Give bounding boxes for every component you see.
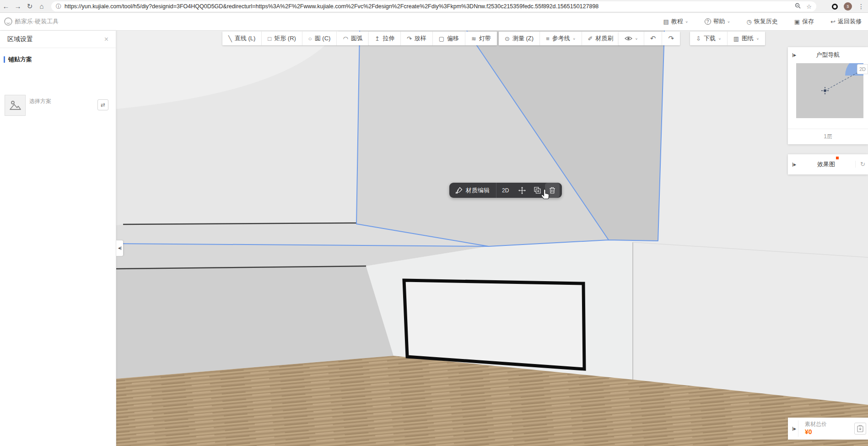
drawing-sheet-button[interactable]: ▥图纸∨ — [727, 32, 765, 45]
chevron-down-icon: ∨ — [573, 37, 576, 40]
chevron-down-icon: ∨ — [635, 37, 638, 40]
forward-icon[interactable]: → — [12, 2, 24, 10]
line-icon: ╲ — [228, 35, 232, 42]
circle-tool-button[interactable]: ○圆 (C) — [302, 32, 337, 45]
undo-icon: ↶ — [650, 34, 656, 43]
chevron-down-icon: ∨ — [685, 20, 688, 23]
kujiale-logo-icon — [4, 17, 12, 26]
copy-icon — [534, 187, 541, 194]
chevron-down-icon: ∨ — [728, 20, 730, 23]
blueprint-icon: ▥ — [733, 35, 739, 42]
main-content: ╲直线 (L) □矩形 (R) ○圆 (C) ◠圆弧 ↥拉伸 ↷放样 ▢偏移 ≋… — [0, 31, 868, 446]
url-bar[interactable]: ⓘ https://yun.kujiale.com/tool/h5/diy?de… — [51, 1, 816, 11]
question-icon: ? — [705, 18, 711, 25]
loft-button[interactable]: ↷放样 — [400, 32, 432, 45]
floor-label[interactable]: 1层 — [788, 129, 868, 141]
scheme-thumbnail[interactable] — [5, 95, 26, 116]
save-icon: ▣ — [794, 18, 800, 25]
redo-button[interactable]: ↷ — [662, 32, 680, 45]
measure-button[interactable]: ⊙测量 (Z) — [499, 32, 539, 45]
image-placeholder-icon — [9, 99, 21, 111]
minimap-2d-button[interactable]: 2D — [857, 64, 868, 74]
url-text[interactable]: https://yun.kujiale.com/tool/h5/diy?desi… — [65, 3, 789, 10]
profile-avatar[interactable]: s — [844, 2, 852, 11]
rectangle-tool-button[interactable]: □矩形 (R) — [261, 32, 302, 45]
site-info-icon[interactable]: ⓘ — [56, 3, 61, 11]
loft-icon: ↷ — [407, 35, 412, 42]
hand-cursor — [541, 189, 551, 200]
chevron-down-icon: ∨ — [718, 37, 721, 40]
material-brush-button[interactable]: ✐材质刷 — [582, 32, 620, 45]
light-strip-button[interactable]: ≋灯带 — [465, 32, 497, 45]
back-to-decor-button[interactable]: ↩ 返回装修 — [830, 17, 862, 26]
material-price-panel: ▶ 素材总价 ¥0 — [788, 418, 868, 440]
choose-scheme-label[interactable]: 选择方案 — [29, 98, 51, 105]
eye-icon — [625, 36, 632, 41]
redo-icon: ↷ — [668, 34, 674, 43]
swap-scheme-button[interactable]: ⇄ — [97, 99, 108, 110]
refresh-icon[interactable]: ↻ — [855, 161, 865, 168]
help-button[interactable]: ? 帮助 ∨ — [705, 17, 730, 26]
extension-icon[interactable] — [832, 4, 838, 10]
vertex-edit-icon — [456, 187, 463, 194]
visibility-button[interactable]: ∨ — [619, 32, 644, 45]
viewport-3d-scene[interactable] — [116, 31, 868, 446]
zoom-page-icon[interactable] — [795, 3, 801, 10]
extrude-icon: ↥ — [375, 35, 380, 42]
back-icon[interactable]: ← — [0, 2, 12, 10]
offset-icon: ▢ — [439, 35, 444, 42]
collapse-left-icon: ◀ — [118, 246, 121, 250]
panel-collapse-handle[interactable]: ◀ — [116, 240, 123, 256]
toolbar-group-draw: ╲直线 (L) □矩形 (R) ○圆 (C) ◠圆弧 — [222, 32, 369, 45]
collapse-right-icon[interactable]: ▶ — [793, 163, 796, 167]
extrude-button[interactable]: ↥拉伸 — [369, 32, 400, 45]
panel-title: 区域设置 — [7, 35, 33, 44]
reload-icon[interactable]: ↻ — [24, 2, 36, 11]
brush-icon: ✐ — [588, 35, 593, 42]
move-icon — [518, 187, 526, 194]
nav-panel-title: 户型导航 — [788, 51, 868, 59]
toolbar-group-export: ⇩下载∨ ▥图纸∨ — [690, 32, 765, 45]
browser-menu-icon[interactable]: ⋮ — [858, 3, 864, 10]
app-header: 酷家乐·硬装工具 ▤ 教程 ∨ ? 帮助 ∨ ◷ 恢复历史 ▣ 保存 ↩ 返回装… — [0, 13, 868, 31]
rectangle-icon: □ — [268, 35, 271, 42]
line-tool-button[interactable]: ╲直线 (L) — [222, 32, 261, 45]
clipboard-download-icon — [857, 425, 863, 432]
price-list-download-button[interactable] — [854, 423, 866, 435]
move-button[interactable] — [514, 183, 530, 198]
home-icon[interactable]: ⌂ — [36, 2, 48, 10]
toolbar-group-measure: ⊙测量 (Z) ≡参考线∨ ✐材质刷 — [499, 32, 619, 45]
notification-badge — [836, 157, 839, 159]
restore-history-button[interactable]: ◷ 恢复历史 — [746, 17, 777, 26]
mode-2d-button[interactable]: 2D — [496, 187, 514, 194]
material-edit-button[interactable]: 材质编辑 — [449, 186, 496, 195]
price-label: 素材总价 — [805, 420, 827, 428]
floorplan-nav-panel: ▶ 户型导航 2D 1层 — [788, 47, 868, 144]
measure-icon: ⊙ — [505, 35, 510, 42]
bookmark-star-icon[interactable]: ☆ — [806, 3, 812, 10]
clock-icon: ◷ — [746, 18, 751, 25]
offset-button[interactable]: ▢偏移 — [432, 32, 465, 45]
collapse-right-icon[interactable]: ▶ — [793, 427, 796, 431]
light-strip-icon: ≋ — [471, 35, 476, 42]
minimap[interactable] — [796, 63, 863, 118]
save-button[interactable]: ▣ 保存 — [794, 17, 814, 26]
toolbar-group-modify: ↥拉伸 ↷放样 ▢偏移 ≋灯带 — [369, 32, 497, 45]
download-button[interactable]: ⇩下载∨ — [690, 32, 727, 45]
collapse-right-icon[interactable]: ▶ — [793, 53, 796, 57]
return-icon: ↩ — [830, 18, 836, 25]
arc-tool-button[interactable]: ◠圆弧 — [336, 32, 368, 45]
toolbar-group-view: ∨ ↶ ↷ — [619, 32, 680, 45]
undo-button[interactable]: ↶ — [644, 32, 662, 45]
window-frame[interactable] — [404, 280, 584, 369]
browser-toolbar: ← → ↻ ⌂ ⓘ https://yun.kujiale.com/tool/h… — [0, 0, 868, 13]
chevron-down-icon: ∨ — [756, 37, 759, 40]
tutorial-button[interactable]: ▤ 教程 ∨ — [663, 17, 688, 26]
region-settings-panel: 区域设置 × 铺贴方案 选择方案 ⇄ — [0, 31, 116, 446]
section-title: 铺贴方案 — [8, 55, 32, 64]
app-title: 酷家乐·硬装工具 — [15, 17, 59, 26]
guide-line-button[interactable]: ≡参考线∨ — [539, 32, 581, 45]
render-panel: ▶ 效果图 ↻ — [788, 154, 868, 174]
close-icon[interactable]: × — [104, 35, 108, 44]
download-icon: ⇩ — [696, 35, 701, 42]
